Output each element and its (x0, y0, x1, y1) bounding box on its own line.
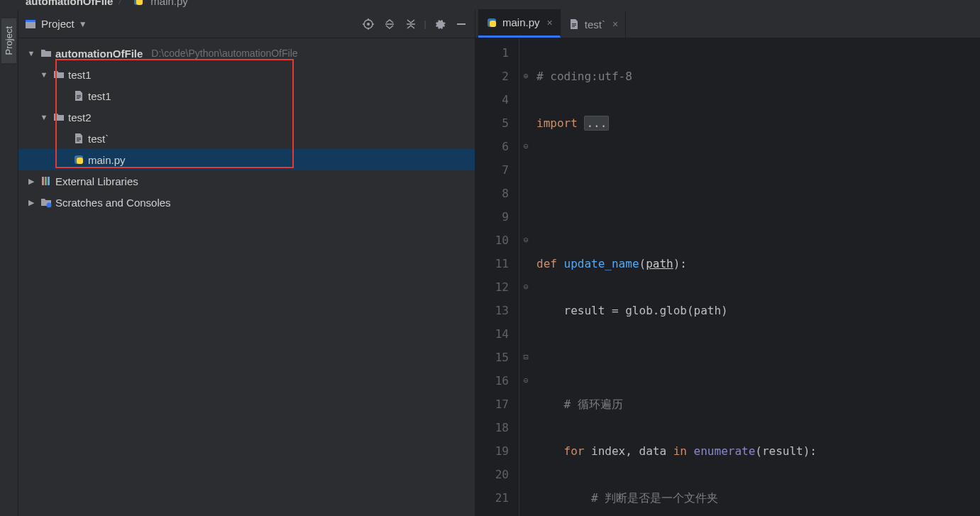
close-icon[interactable]: × (547, 17, 553, 28)
select-opened-file-button[interactable] (360, 16, 376, 32)
project-panel-header: Project ▼ | (18, 10, 475, 38)
expand-all-button[interactable] (382, 16, 397, 32)
folder-icon (40, 47, 53, 60)
chevron-down-icon[interactable]: ▼ (38, 70, 50, 79)
line-number: 12 (475, 275, 509, 299)
line-number: 5 (475, 111, 509, 135)
line-number: 20 (475, 463, 509, 486)
chevron-right-icon[interactable]: ▶ (26, 177, 37, 186)
chevron-down-icon[interactable]: ▼ (79, 19, 87, 29)
tree-root[interactable]: ▼ automationOfFile D:\code\Python\automa… (18, 43, 475, 64)
editor: main.py × test` × 1 2 4 5 6 7 8 9 10 11 (475, 10, 980, 516)
line-number: 18 (475, 416, 509, 439)
tab-label: main.py (502, 16, 540, 28)
line-number: 9 (475, 205, 509, 229)
line-number: 13 (475, 299, 509, 322)
tree-file-main[interactable]: main.py (18, 149, 475, 170)
chevron-down-icon[interactable]: ▼ (38, 113, 50, 121)
collapse-all-button[interactable] (403, 16, 419, 32)
line-number: 6 (475, 135, 509, 158)
line-number: 21 (475, 486, 509, 510)
fold-gutter[interactable]: ⊕ ⊖ ⊖ ⊖ ⊟⊖ (519, 38, 532, 516)
tree-file-test1[interactable]: test1 (18, 85, 475, 106)
tree-item-label: test` (88, 133, 109, 145)
tree-folder-test1[interactable]: ▼ test1 (18, 64, 475, 85)
line-number: 2 (475, 65, 509, 88)
project-tree: ▼ automationOfFile D:\code\Python\automa… (18, 38, 475, 217)
file-icon (72, 89, 85, 102)
breadcrumb-separator-icon: 〉 (117, 0, 128, 7)
file-icon (72, 132, 85, 145)
folder-icon (53, 68, 65, 81)
tab-main[interactable]: main.py × (478, 9, 561, 38)
line-number: 14 (475, 322, 509, 346)
tree-item-label: External Libraries (55, 175, 138, 187)
tree-item-label: main.py (88, 154, 126, 166)
tool-window-rail: Project (0, 10, 18, 516)
python-icon (485, 16, 498, 29)
line-number: 19 (475, 439, 509, 463)
line-number: 11 (475, 252, 509, 275)
editor-tabbar: main.py × test` × (475, 10, 980, 38)
breadcrumb-project[interactable]: automationOfFile (26, 0, 113, 7)
tree-item-label: test1 (88, 90, 111, 102)
tree-scratches[interactable]: ▶ Scratches and Consoles (18, 192, 475, 213)
chevron-down-icon[interactable]: ▼ (26, 49, 37, 57)
line-number: 7 (475, 158, 509, 182)
python-icon (72, 153, 85, 166)
project-tool-button[interactable]: Project (1, 17, 16, 64)
tree-root-path: D:\code\Python\automationOfFile (151, 48, 297, 59)
project-view-icon (24, 18, 37, 31)
code-content[interactable]: # coding:utf-8 import ... def update_nam… (532, 38, 980, 516)
line-number: 1 (475, 41, 509, 65)
tab-label: test` (585, 18, 605, 31)
tree-external-libraries[interactable]: ▶ External Libraries (18, 170, 475, 192)
tab-test[interactable]: test` × (561, 11, 626, 38)
line-number: 15 (475, 346, 509, 369)
tree-item-label: Scratches and Consoles (55, 197, 171, 209)
project-panel: Project ▼ | ▼ automationOfFile D:\code\P… (18, 10, 475, 516)
breadcrumb: automationOfFile 〉 main.py (0, 0, 980, 10)
line-number-gutter: 1 2 4 5 6 7 8 9 10 11 12 13 14 15 16 17 … (475, 38, 519, 516)
tree-item-label: test2 (68, 111, 92, 123)
chevron-right-icon[interactable]: ▶ (26, 198, 37, 207)
library-icon (40, 175, 53, 187)
tree-folder-test2[interactable]: ▼ test2 (18, 106, 475, 128)
settings-button[interactable] (432, 16, 448, 32)
line-number: 8 (475, 182, 509, 205)
folder-icon (53, 111, 65, 123)
tree-root-label: automationOfFile (55, 48, 143, 60)
line-number: 17 (475, 393, 509, 416)
tree-file-test-backtick[interactable]: test` (18, 128, 475, 149)
hide-panel-button[interactable] (453, 16, 469, 32)
close-icon[interactable]: × (612, 18, 618, 30)
project-panel-title[interactable]: Project (41, 18, 75, 30)
breadcrumb-file[interactable]: main.py (150, 0, 188, 7)
code-area[interactable]: 1 2 4 5 6 7 8 9 10 11 12 13 14 15 16 17 … (475, 38, 980, 516)
line-number: 16 (475, 369, 509, 393)
file-icon (568, 18, 580, 31)
tree-item-label: test1 (68, 69, 92, 81)
line-number: 10 (475, 229, 509, 252)
scratches-icon (40, 196, 53, 209)
python-icon (132, 0, 145, 7)
line-number: 4 (475, 88, 509, 111)
